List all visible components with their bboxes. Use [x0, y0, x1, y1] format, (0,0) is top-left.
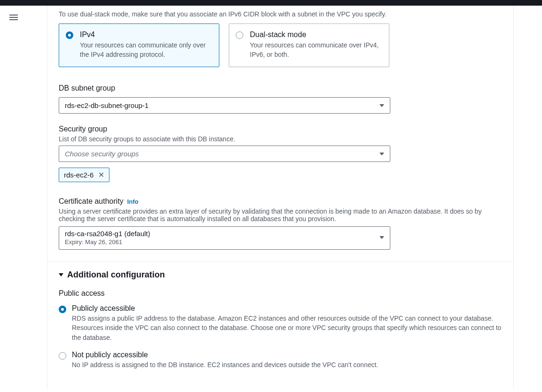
- publicly-accessible-desc: RDS assigns a public IP address to the d…: [72, 314, 502, 342]
- network-type-dualstack-card[interactable]: Dual-stack mode Your resources can commu…: [229, 23, 389, 67]
- security-group-placeholder: Choose security groups: [65, 150, 139, 158]
- hamburger-menu-icon[interactable]: [9, 13, 18, 22]
- public-access-label: Public access: [59, 289, 502, 298]
- ipv4-desc: Your resources can communicate only over…: [80, 41, 211, 59]
- not-publicly-accessible-desc: No IP address is assigned to the DB inst…: [72, 360, 378, 369]
- not-publicly-accessible-title: Not publicly accessible: [72, 351, 378, 359]
- additional-config-title: Additional configuration: [67, 270, 165, 280]
- dualstack-desc: Your resources can communicate over IPv4…: [250, 41, 381, 59]
- radio-selected-icon: [66, 31, 73, 39]
- cert-authority-select[interactable]: rds-ca-rsa2048-g1 (default) Expiry: May …: [59, 226, 390, 250]
- security-group-select[interactable]: Choose security groups: [59, 146, 390, 162]
- dualstack-help-text: To use dual-stack mode, make sure that y…: [59, 10, 502, 18]
- cert-info-link[interactable]: Info: [127, 198, 139, 205]
- security-group-help: List of DB security groups to associate …: [59, 135, 502, 143]
- ipv4-title: IPv4: [80, 31, 211, 39]
- radio-unselected-icon: [236, 31, 243, 39]
- chevron-down-icon: [379, 236, 384, 239]
- top-nav-bar: [0, 0, 542, 6]
- cert-authority-label: Certificate authority: [59, 197, 124, 206]
- section-divider: [47, 261, 513, 261]
- radio-selected-icon: [59, 306, 66, 313]
- chevron-down-icon: [379, 104, 384, 107]
- publicly-accessible-title: Publicly accessible: [72, 304, 502, 313]
- cert-value: rds-ca-rsa2048-g1 (default): [65, 230, 150, 238]
- chevron-down-icon: [59, 273, 63, 277]
- cert-help-text: Using a server certificate provides an e…: [59, 208, 502, 223]
- chip-label: rds-ec2-6: [64, 171, 93, 179]
- db-subnet-group-value: rds-ec2-db-subnet-group-1: [65, 101, 148, 109]
- close-icon[interactable]: ✕: [98, 170, 104, 179]
- radio-unselected-icon: [59, 352, 66, 360]
- publicly-accessible-option[interactable]: Publicly accessible RDS assigns a public…: [59, 304, 502, 342]
- db-subnet-group-select[interactable]: rds-ec2-db-subnet-group-1: [59, 97, 390, 114]
- network-type-ipv4-card[interactable]: IPv4 Your resources can communicate only…: [59, 23, 219, 67]
- security-group-chip[interactable]: rds-ec2-6 ✕: [59, 168, 109, 182]
- dualstack-title: Dual-stack mode: [250, 31, 381, 39]
- cert-expiry: Expiry: May 26, 2061: [65, 238, 150, 246]
- security-group-label: Security group: [59, 125, 502, 133]
- db-subnet-group-label: DB subnet group: [59, 84, 502, 92]
- chevron-down-icon: [379, 153, 384, 155]
- additional-config-toggle[interactable]: Additional configuration: [59, 270, 502, 280]
- not-publicly-accessible-option[interactable]: Not publicly accessible No IP address is…: [59, 351, 502, 369]
